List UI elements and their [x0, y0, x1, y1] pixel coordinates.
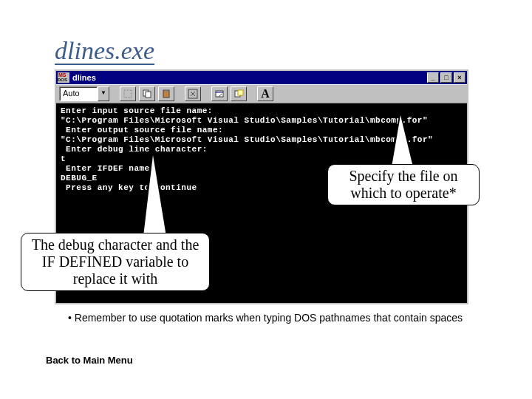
mark-button[interactable] [120, 86, 136, 101]
callout-tail [140, 151, 168, 234]
callout-file: Specify the file on which to operate* [327, 164, 480, 205]
svg-rect-2 [146, 92, 151, 98]
msdos-icon [58, 72, 69, 83]
font-button[interactable]: A [257, 86, 273, 101]
callout-debug: The debug character and the IF DEFINED v… [21, 233, 210, 291]
font-size-value: Auto [59, 86, 98, 101]
svg-rect-4 [165, 89, 168, 92]
copy-button[interactable] [139, 86, 155, 101]
toolbar: Auto ▼ A [56, 84, 467, 103]
properties-button[interactable] [211, 86, 228, 101]
callout-tail [389, 112, 415, 166]
chevron-down-icon[interactable]: ▼ [98, 86, 109, 101]
svg-rect-0 [124, 90, 132, 98]
fullscreen-button[interactable] [185, 86, 201, 101]
svg-rect-9 [238, 90, 243, 95]
paste-button[interactable] [158, 86, 174, 101]
close-button[interactable]: × [454, 72, 466, 83]
background-button[interactable] [231, 86, 247, 101]
back-link[interactable]: Back to Main Menu [46, 355, 133, 366]
note-bullet: Remember to use quotation marks when typ… [68, 312, 474, 325]
minimize-button[interactable]: _ [427, 72, 439, 83]
window-title: dlines [72, 73, 426, 82]
font-size-combo[interactable]: Auto ▼ [59, 86, 109, 101]
titlebar: dlines _ □ × [56, 71, 467, 84]
maximize-button[interactable]: □ [440, 72, 452, 83]
page-title: dlines.exe [55, 38, 154, 65]
